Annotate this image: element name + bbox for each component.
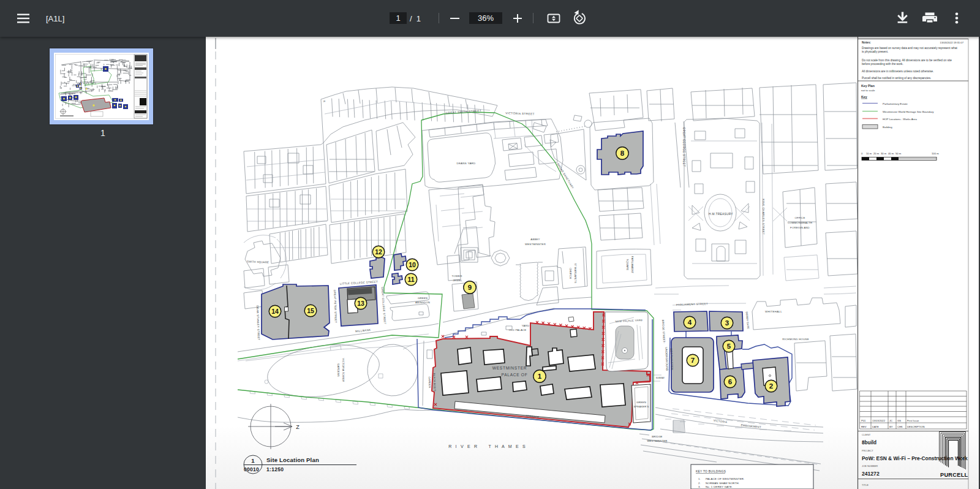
svg-text:10 m: 10 m <box>866 152 872 155</box>
svg-text:8build: 8build <box>862 440 876 445</box>
svg-text:PURCELL: PURCELL <box>940 472 968 478</box>
svg-text:Key Plan: Key Plan <box>861 84 875 88</box>
svg-text:Westminster World Heritage Sit: Westminster World Heritage Site Boundary <box>883 110 934 113</box>
svg-text:REV: REV <box>861 425 867 428</box>
svg-text:PoW: ESN & Wi-Fi – Pre-Constru: PoW: ESN & Wi-Fi – Pre-Construction Work <box>862 455 968 461</box>
svg-text:is physically present.: is physically present. <box>862 50 888 53</box>
svg-text:Purcell shall be notified in w: Purcell shall be notified in writing of … <box>862 77 931 80</box>
svg-text:TITLE: TITLE <box>862 483 869 487</box>
svg-text:40 m: 40 m <box>888 152 894 155</box>
svg-text:13/03/2022 19:31:07: 13/03/2022 19:31:07 <box>940 41 964 44</box>
svg-text:JOB NUMBER: JOB NUMBER <box>862 464 878 468</box>
svg-text:20 m: 20 m <box>873 152 880 155</box>
svg-text:Do not scale from this drawing: Do not scale from this drawing. All dime… <box>862 59 952 62</box>
svg-text:All dimensions are in millimet: All dimensions are in millimeters unless… <box>862 70 934 73</box>
svg-text:CLIENT: CLIENT <box>862 433 871 436</box>
svg-text:DESCRIPTION: DESCRIPTION <box>907 425 925 428</box>
svg-text:Building: Building <box>883 126 892 129</box>
svg-text:P01: P01 <box>861 419 866 422</box>
svg-text:CHK: CHK <box>897 425 903 428</box>
svg-text:100 m: 100 m <box>932 152 939 155</box>
svg-text:Key: Key <box>861 95 867 99</box>
svg-text:JC: JC <box>889 419 892 422</box>
svg-text:50 m: 50 m <box>895 152 902 155</box>
svg-text:GS: GS <box>897 419 901 422</box>
svg-text:BY: BY <box>889 425 893 428</box>
svg-text:Parliamentary Estate: Parliamentary Estate <box>883 102 908 105</box>
svg-text:not to scale: not to scale <box>861 89 875 92</box>
svg-text:Drawings are based on survey d: Drawings are based on survey data and ma… <box>862 47 958 50</box>
svg-text:First Issue: First Issue <box>907 419 919 422</box>
svg-text:241272: 241272 <box>862 471 880 477</box>
svg-text:before proceeding with the wor: before proceeding with the work. <box>862 63 903 66</box>
svg-text:13/03/2022: 13/03/2022 <box>872 419 886 422</box>
svg-text:HOP Locations - Works Area: HOP Locations - Works Area <box>883 118 918 121</box>
svg-text:30 m: 30 m <box>881 152 887 155</box>
svg-text:Notes:: Notes: <box>862 41 871 44</box>
svg-text:0: 0 <box>861 152 863 155</box>
svg-text:DATE: DATE <box>872 425 879 428</box>
svg-text:PROJECT: PROJECT <box>862 449 873 452</box>
